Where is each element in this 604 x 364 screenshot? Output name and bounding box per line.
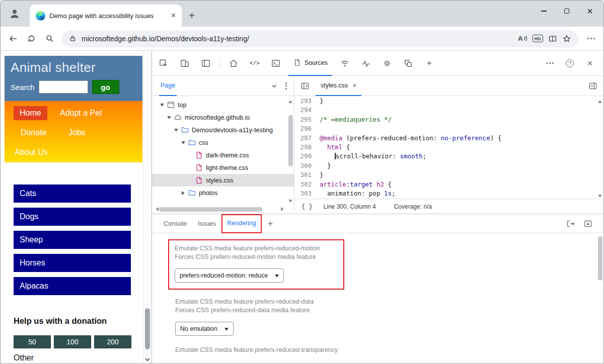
file-tab-styles-css[interactable]: styles.css × (316, 76, 361, 96)
dock-drawer-icon[interactable] (583, 219, 592, 228)
application-tab-icon[interactable] (400, 55, 417, 71)
expand-panel-icon[interactable] (566, 219, 575, 228)
maximize-button[interactable] (555, 3, 578, 20)
navigator-vertical-scrollbar[interactable] (287, 98, 293, 205)
category-button-alpacas[interactable]: Alpacas (14, 277, 131, 295)
line-number[interactable]: 297 (294, 134, 320, 143)
nav-link-home[interactable]: Home (14, 106, 47, 120)
caret-closed-icon[interactable] (179, 189, 187, 197)
file-tab-close-icon[interactable]: × (352, 82, 356, 89)
editor-scrollbar[interactable] (597, 98, 603, 200)
site-lock-icon[interactable] (69, 35, 77, 42)
line-number[interactable]: 293 (294, 97, 320, 106)
line-number[interactable]: 298 (294, 143, 320, 152)
caret-open-icon[interactable] (179, 139, 187, 147)
category-button-cats[interactable]: Cats (14, 185, 131, 203)
line-number[interactable]: 302 (294, 180, 320, 189)
tree-item-demos-devtools-a11y-testing[interactable]: Demos/devtools-a11y-testing (152, 124, 294, 136)
prefers-reduced-data-select[interactable]: No emulation (175, 322, 234, 336)
drawer-scrollbar-thumb[interactable] (598, 236, 602, 281)
network-tab-icon[interactable] (336, 55, 353, 71)
read-aloud-icon[interactable]: A (518, 35, 527, 42)
profile-button[interactable] (5, 4, 25, 24)
line-number[interactable]: 301 (294, 170, 320, 179)
devtools-more-icon[interactable] (541, 55, 558, 71)
nav-link-donate[interactable]: Donate (21, 128, 47, 137)
format-button[interactable]: { } (301, 203, 313, 210)
line-number[interactable]: 296 (294, 124, 320, 133)
caret-open-icon[interactable] (172, 126, 180, 134)
line-number[interactable]: 299 (294, 152, 320, 161)
close-window-button[interactable]: × (578, 3, 601, 20)
tree-item-photos[interactable]: photos (152, 187, 294, 199)
address-bar[interactable]: microsoftedge.github.io/Demos/devtools-a… (62, 30, 578, 47)
scroll-up-icon[interactable] (598, 98, 602, 103)
split-screen-icon[interactable] (548, 34, 557, 43)
nav-link-adopt-a-pet[interactable]: Adopt a Pet (60, 109, 102, 118)
navigator-more-icon[interactable] (285, 82, 287, 89)
scroll-down-icon[interactable] (598, 195, 602, 200)
add-drawer-tab-icon[interactable]: + (263, 219, 278, 228)
scrollbar-thumb[interactable] (145, 308, 150, 349)
performance-tab-icon[interactable] (357, 55, 374, 71)
minimize-button[interactable] (532, 3, 555, 20)
tab-close-icon[interactable]: × (169, 11, 178, 21)
category-button-dogs[interactable]: Dogs (14, 208, 131, 226)
go-button[interactable]: go (92, 80, 119, 94)
sources-tab[interactable]: Sources (288, 51, 332, 76)
line-number[interactable]: 300 (294, 161, 320, 170)
drawer-tab-console[interactable]: Console (158, 214, 192, 233)
caret-open-icon[interactable] (158, 101, 166, 109)
settings-menu-icon[interactable] (582, 30, 599, 47)
browser-tab[interactable]: Demo page with accessibility issues × (30, 5, 182, 27)
console-tab-icon[interactable] (267, 55, 284, 71)
inspect-icon[interactable] (155, 55, 172, 71)
scroll-up-icon[interactable] (288, 98, 292, 103)
devtools-help-icon[interactable]: ? (561, 55, 578, 71)
donation-button-100[interactable]: 100 (54, 335, 91, 348)
elements-tab-icon[interactable]: </> (246, 55, 263, 71)
prefers-reduced-motion-select[interactable]: prefers-reduced-motion: reduce (175, 268, 284, 283)
line-number[interactable]: 295 (294, 115, 320, 124)
more-tabs-plus-icon[interactable]: + (421, 55, 438, 71)
nav-link-about-us[interactable]: About Us (15, 148, 48, 157)
device-toolbar-icon[interactable] (176, 55, 193, 71)
pane-chevron-icon[interactable] (271, 83, 277, 89)
caret-open-icon[interactable] (165, 114, 173, 122)
scrollbar-thumb[interactable] (288, 115, 293, 166)
tree-item-styles-css[interactable]: styles.css (152, 174, 294, 187)
tree-item-microsoftedge-github-io[interactable]: microsoftedge.github.io (152, 111, 294, 124)
settings-gear-icon[interactable] (379, 55, 396, 71)
line-number[interactable]: 294 (294, 106, 320, 115)
line-number[interactable]: 303 (294, 189, 320, 198)
donation-button-50[interactable]: 50 (14, 335, 51, 348)
drawer-tab-rendering[interactable]: Rendering (221, 214, 262, 233)
refresh-button[interactable] (23, 30, 40, 47)
drawer-tab-issues[interactable]: Issues (192, 214, 221, 233)
tree-item-light-theme-css[interactable]: light-theme.css (152, 161, 294, 174)
nav-link-jobs[interactable]: Jobs (68, 128, 86, 137)
page-scrollbar[interactable] (143, 51, 152, 364)
devtools-close-icon[interactable]: × (581, 55, 598, 71)
scroll-down-icon[interactable] (144, 357, 150, 362)
favorites-star-icon[interactable] (562, 34, 571, 43)
scroll-right-icon[interactable] (281, 207, 286, 211)
tree-item-css[interactable]: css (152, 136, 294, 149)
category-button-sheep[interactable]: Sheep (14, 231, 131, 249)
hd-badge-icon[interactable]: HD (533, 35, 543, 42)
new-tab-button[interactable]: + (189, 10, 195, 21)
donation-button-200[interactable]: 200 (94, 335, 131, 348)
scroll-down-icon[interactable] (288, 200, 292, 205)
search-button[interactable] (41, 30, 58, 47)
category-button-horses[interactable]: Horses (14, 254, 131, 272)
toggle-debugger-sidebar-icon[interactable] (586, 79, 599, 93)
search-input[interactable] (39, 80, 88, 94)
dock-side-icon[interactable] (197, 55, 214, 71)
page-pane-tab[interactable]: Page (159, 76, 177, 96)
scroll-left-icon[interactable] (154, 207, 159, 211)
tree-item-top[interactable]: top (152, 99, 294, 111)
back-button[interactable] (5, 30, 22, 47)
tree-item-dark-theme-css[interactable]: dark-theme.css (152, 149, 294, 161)
scrollbar-thumb[interactable] (159, 207, 262, 212)
welcome-tab-home-icon[interactable] (225, 55, 242, 71)
